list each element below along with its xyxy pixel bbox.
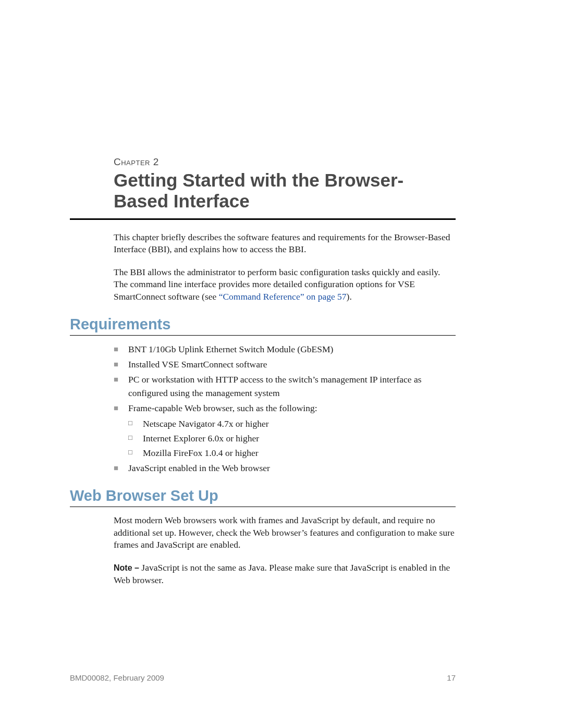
intro-paragraph-2: The BBI allows the administrator to perf… bbox=[114, 266, 456, 303]
sub-list-item: □ Mozilla FireFox 1.0.4 or higher bbox=[128, 447, 456, 460]
square-bullet-icon: ■ bbox=[114, 373, 128, 386]
list-item: ■ PC or workstation with HTTP access to … bbox=[114, 373, 456, 400]
chapter-label: Chapter 2 bbox=[114, 156, 456, 168]
page-footer: BMD00082, February 2009 17 bbox=[70, 673, 456, 682]
chapter-title: Getting Started with the Browser-Based I… bbox=[114, 170, 456, 212]
web-browser-heading: Web Browser Set Up bbox=[70, 487, 456, 504]
square-bullet-icon: ■ bbox=[114, 343, 128, 355]
sub-list-item-text: Internet Explorer 6.0x or higher bbox=[143, 432, 456, 445]
sub-list-item: □ Netscape Navigator 4.7x or higher bbox=[128, 417, 456, 430]
document-page: Chapter 2 Getting Started with the Brows… bbox=[0, 0, 563, 728]
list-item: ■ JavaScript enabled in the Web browser bbox=[114, 462, 456, 475]
list-item-text: Installed VSE SmartConnect software bbox=[128, 358, 456, 371]
square-bullet-icon: ■ bbox=[114, 402, 128, 414]
list-item-text: JavaScript enabled in the Web browser bbox=[128, 462, 456, 475]
note-body: JavaScript is not the same as Java. Plea… bbox=[114, 562, 450, 585]
intro-text-b: ). bbox=[347, 291, 352, 302]
content-column: Chapter 2 Getting Started with the Brows… bbox=[70, 156, 456, 586]
sub-list-item: □ Internet Explorer 6.0x or higher bbox=[128, 432, 456, 445]
sub-list-item-text: Netscape Navigator 4.7x or higher bbox=[143, 417, 456, 430]
list-item: ■ Installed VSE SmartConnect software bbox=[114, 358, 456, 371]
web-browser-rule bbox=[70, 507, 456, 507]
note-lead: Note – bbox=[114, 563, 141, 572]
hollow-square-bullet-icon: □ bbox=[128, 432, 143, 443]
list-item-text: BNT 1/10Gb Uplink Ethernet Switch Module… bbox=[128, 343, 456, 356]
sub-list-item-text: Mozilla FireFox 1.0.4 or higher bbox=[143, 447, 456, 460]
command-reference-link[interactable]: “Command Reference” on page 57 bbox=[219, 291, 347, 302]
footer-page-number: 17 bbox=[447, 673, 456, 682]
footer-doc-id: BMD00082, February 2009 bbox=[70, 673, 164, 682]
requirements-list: ■ BNT 1/10Gb Uplink Ethernet Switch Modu… bbox=[114, 343, 456, 475]
chapter-rule bbox=[70, 218, 456, 220]
hollow-square-bullet-icon: □ bbox=[128, 447, 143, 458]
list-item: ■ BNT 1/10Gb Uplink Ethernet Switch Modu… bbox=[114, 343, 456, 356]
list-item: ■ Frame-capable Web browser, such as the… bbox=[114, 402, 456, 415]
requirements-rule bbox=[70, 335, 456, 336]
note-paragraph: Note – JavaScript is not the same as Jav… bbox=[114, 562, 456, 586]
square-bullet-icon: ■ bbox=[114, 462, 128, 474]
list-item-text: Frame-capable Web browser, such as the f… bbox=[128, 402, 456, 415]
web-browser-paragraph: Most modern Web browsers work with frame… bbox=[114, 514, 456, 551]
intro-paragraph-1: This chapter briefly describes the softw… bbox=[114, 231, 456, 256]
requirements-heading: Requirements bbox=[70, 316, 456, 333]
hollow-square-bullet-icon: □ bbox=[128, 417, 143, 429]
list-item-text: PC or workstation with HTTP access to th… bbox=[128, 373, 456, 400]
square-bullet-icon: ■ bbox=[114, 358, 128, 371]
